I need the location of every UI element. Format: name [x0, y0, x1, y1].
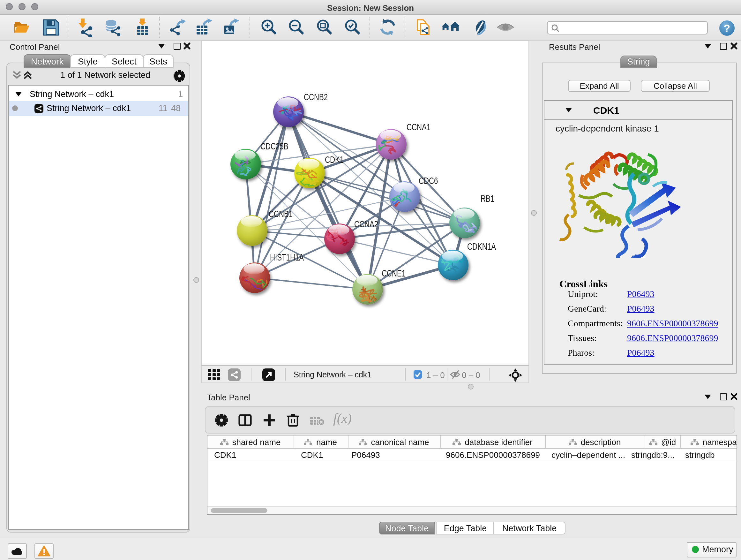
- svg-text:CDC25B: CDC25B: [260, 141, 288, 151]
- svg-text:CCNB2: CCNB2: [304, 92, 328, 102]
- svg-text:CDK1: CDK1: [325, 154, 344, 165]
- svg-text:HIST1H1A: HIST1H1A: [270, 252, 304, 262]
- svg-text:?: ?: [724, 22, 731, 34]
- svg-text:CCNA2: CCNA2: [354, 219, 378, 229]
- svg-text:CCNE1: CCNE1: [382, 268, 406, 278]
- svg-text:CCNB1: CCNB1: [269, 209, 293, 219]
- svg-text:CDC6: CDC6: [419, 176, 438, 186]
- svg-text:CCNA1: CCNA1: [407, 122, 430, 132]
- svg-text:RB1: RB1: [481, 193, 494, 204]
- svg-text:CDKN1A: CDKN1A: [467, 241, 496, 252]
